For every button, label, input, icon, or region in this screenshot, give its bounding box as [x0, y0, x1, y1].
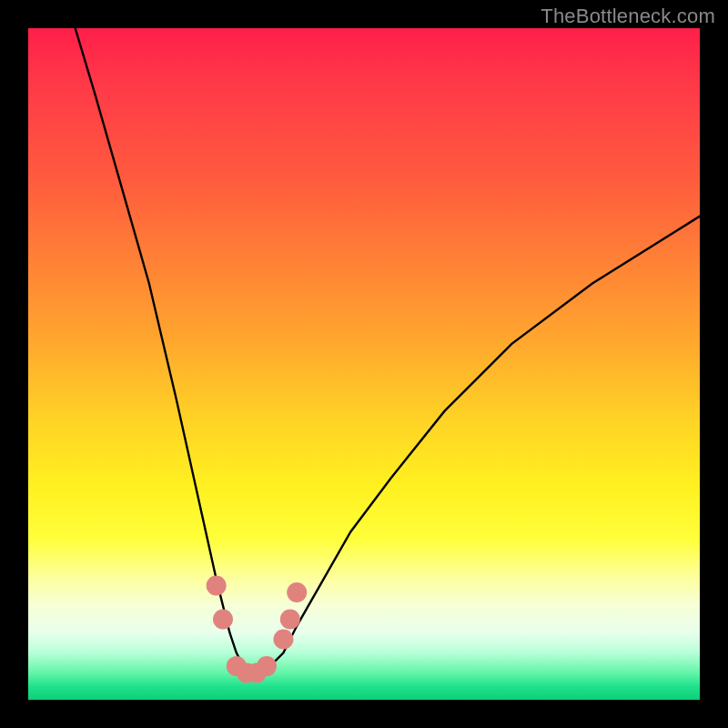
marker-point	[287, 582, 307, 602]
marker-point	[213, 609, 233, 629]
marker-cluster	[207, 576, 308, 683]
curve-layer	[28, 28, 700, 700]
marker-point	[207, 576, 227, 596]
marker-point	[257, 656, 277, 676]
marker-point	[280, 609, 300, 629]
watermark-text: TheBottleneck.com	[541, 5, 715, 28]
plot-area	[28, 28, 700, 700]
chart-frame: TheBottleneck.com	[0, 0, 728, 728]
bottleneck-curve	[76, 28, 700, 672]
marker-point	[273, 630, 293, 650]
